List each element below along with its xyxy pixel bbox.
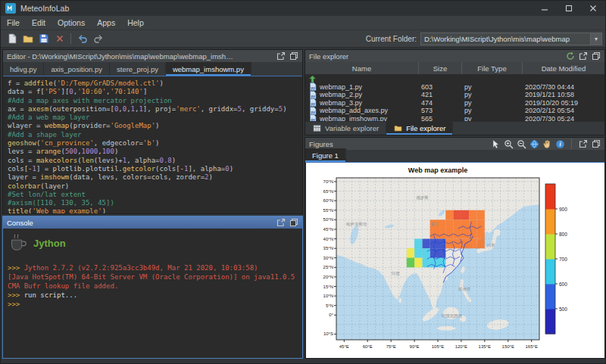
zoom-out-icon[interactable] bbox=[517, 139, 526, 149]
code-line: cols = makecolors(len(levs)+1, alpha=0.8… bbox=[8, 157, 302, 165]
figures-panel-header: Figures i bbox=[305, 138, 604, 150]
svg-text:15°N: 15°N bbox=[323, 285, 333, 289]
current-folder-value: D:\Working\MIScript\Jython\mis\map\webma… bbox=[424, 35, 570, 43]
console-line: CMA Bufr lookup file added. bbox=[8, 282, 298, 291]
menu-file[interactable]: File bbox=[1, 18, 26, 27]
svg-text:蒙古: 蒙古 bbox=[430, 222, 439, 226]
menu-options[interactable]: Options bbox=[52, 18, 91, 27]
new-file-icon[interactable] bbox=[5, 32, 19, 46]
file-type-cell: py bbox=[462, 83, 523, 91]
dropdown-arrow-icon[interactable]: ▾ bbox=[590, 33, 601, 45]
svg-text:120°E: 120°E bbox=[455, 344, 467, 349]
close-button[interactable] bbox=[581, 1, 605, 16]
maximize-panel-icon[interactable] bbox=[578, 139, 588, 149]
menu-help[interactable]: Help bbox=[121, 18, 150, 27]
editor-tab-bar: hdivg.pyaxis_position.pystere_proj.pyweb… bbox=[3, 62, 302, 76]
tab-figure-1[interactable]: Figure 1 bbox=[305, 148, 346, 162]
file-table-header: NameSizeFile TypeDate Modified bbox=[305, 62, 604, 75]
folder-small-icon[interactable] bbox=[393, 123, 403, 133]
editor-panel-title: Editor - D:\Working\MIScript\Jython\mis\… bbox=[7, 52, 234, 61]
tab-file-explorer[interactable]: File explorer bbox=[386, 122, 453, 135]
main-toolbar: Current Folder: D:\Working\MIScript\Jyth… bbox=[1, 30, 605, 48]
file-modified-cell: 2020/7/30 05:24 bbox=[523, 115, 604, 121]
maximize-panel-icon[interactable] bbox=[276, 51, 286, 61]
open-folder-icon[interactable] bbox=[20, 32, 35, 46]
svg-text:600: 600 bbox=[559, 282, 567, 287]
code-line: levs = arange(500,1000,100) bbox=[8, 148, 302, 156]
svg-text:900: 900 bbox=[559, 207, 567, 212]
svg-text:45°E: 45°E bbox=[339, 344, 349, 349]
file-modified-cell: 2020/2/12 05:54 bbox=[523, 107, 604, 114]
code-line: wlayer = webmap(provider='GoogleMap') bbox=[8, 122, 302, 130]
pan-icon[interactable] bbox=[542, 139, 552, 149]
svg-text:日本: 日本 bbox=[487, 243, 496, 248]
float-panel-icon[interactable] bbox=[591, 139, 601, 149]
py-file-icon[interactable]: py bbox=[308, 114, 317, 121]
file-type-cell: py bbox=[462, 115, 523, 121]
toolbar-separator bbox=[70, 33, 71, 44]
file-type-cell: py bbox=[462, 91, 523, 98]
editor-tab-webmap_imshowm.py[interactable]: webmap_imshowm.py bbox=[166, 62, 251, 76]
redo-icon[interactable] bbox=[91, 32, 105, 46]
figures-tab-bar: Figure 1 bbox=[305, 150, 604, 163]
table-icon[interactable] bbox=[312, 123, 322, 133]
file-name-cell: pywebmap_imshowm.py bbox=[305, 114, 419, 121]
editor-tab-axis_position.py[interactable]: axis_position.py bbox=[44, 62, 110, 76]
figure-canvas[interactable]: 俄罗斯哈萨克斯坦蒙古日本印度菲律宾印度尼西亚Web map example45°… bbox=[306, 163, 604, 357]
maximize-button[interactable] bbox=[557, 1, 581, 16]
file-table-body: pywebmap_1.py603py2020/7/30 04:44pywebma… bbox=[305, 75, 604, 121]
svg-text:800: 800 bbox=[559, 232, 567, 237]
code-line: cols[-1] = plotlib.plotutil.getcolor(col… bbox=[8, 165, 302, 173]
svg-text:俄罗斯: 俄罗斯 bbox=[416, 195, 429, 201]
file-size-cell: 565 bbox=[419, 115, 462, 121]
svg-text:印度尼西亚: 印度尼西亚 bbox=[442, 313, 463, 319]
table-row[interactable]: pywebmap_imshowm.py565py2020/7/30 05:24 bbox=[305, 115, 604, 122]
console-panel-title: Console bbox=[7, 219, 33, 227]
save-icon[interactable] bbox=[36, 32, 51, 46]
column-header-size[interactable]: Size bbox=[419, 62, 462, 74]
code-editor[interactable]: f = addfile('D:/Temp/GrADS/model.ctl')da… bbox=[3, 77, 302, 213]
svg-text:105°E: 105°E bbox=[432, 344, 444, 349]
close-file-icon[interactable] bbox=[52, 32, 67, 46]
code-line: ax = axesm(outerposition=[0,0,1,1], proj… bbox=[8, 105, 302, 114]
file-type-cell: py bbox=[462, 107, 523, 114]
menu-apps[interactable]: Apps bbox=[91, 18, 121, 27]
column-header-date-modified[interactable]: Date Modified bbox=[523, 62, 604, 74]
current-folder-combo[interactable]: D:\Working\MIScript\Jython\mis\map\webma… bbox=[420, 33, 602, 45]
svg-text:500: 500 bbox=[559, 306, 567, 312]
coffee-cup-icon bbox=[8, 232, 29, 254]
globe-icon[interactable] bbox=[529, 139, 539, 149]
svg-text:135°E: 135°E bbox=[479, 344, 491, 349]
file-size-cell: 573 bbox=[419, 107, 462, 114]
column-header-file-type[interactable]: File Type bbox=[462, 62, 523, 74]
file-explorer-panel: File explorer NameSizeFile TypeDate Modi… bbox=[305, 49, 605, 135]
float-panel-icon[interactable] bbox=[289, 51, 298, 61]
select-icon[interactable] bbox=[491, 139, 501, 149]
svg-text:45°N: 45°N bbox=[323, 227, 333, 232]
editor-tab-hdivg.py[interactable]: hdivg.py bbox=[3, 62, 44, 76]
code-line: #Add a map axes with mercator projection bbox=[8, 97, 302, 105]
svg-text:50°N: 50°N bbox=[323, 217, 333, 222]
minimize-button[interactable] bbox=[533, 1, 557, 16]
undo-icon[interactable] bbox=[75, 32, 89, 46]
svg-text:70°N: 70°N bbox=[323, 179, 333, 184]
svg-text:30°N: 30°N bbox=[323, 256, 333, 260]
console-output[interactable]: Jython >>> Jython 2.7.2 (v2.7.2:925a3cc3… bbox=[3, 229, 302, 358]
console-panel: Console Jython >>> Jython 2.7.2 (v2.7.2:… bbox=[2, 216, 303, 359]
editor-tab-stere_proj.py[interactable]: stere_proj.py bbox=[110, 62, 166, 76]
maximize-panel-icon[interactable] bbox=[578, 51, 588, 61]
app-icon bbox=[5, 3, 16, 14]
svg-text:10°N: 10°N bbox=[323, 294, 333, 298]
refresh-icon[interactable] bbox=[565, 51, 575, 61]
svg-text:5°N: 5°N bbox=[326, 303, 333, 308]
svg-text:165°E: 165°E bbox=[525, 344, 537, 349]
maximize-panel-icon[interactable] bbox=[276, 218, 286, 228]
float-panel-icon[interactable] bbox=[289, 218, 298, 228]
menu-edit[interactable]: Edit bbox=[26, 18, 52, 27]
column-header-name[interactable]: Name bbox=[305, 62, 419, 74]
float-panel-icon[interactable] bbox=[591, 51, 601, 61]
zoom-in-icon[interactable] bbox=[504, 139, 514, 149]
tab-variable-explorer[interactable]: Variable explorer bbox=[305, 122, 386, 135]
info-icon[interactable]: i bbox=[555, 139, 565, 149]
code-line: #Add a web map layer bbox=[8, 114, 302, 122]
